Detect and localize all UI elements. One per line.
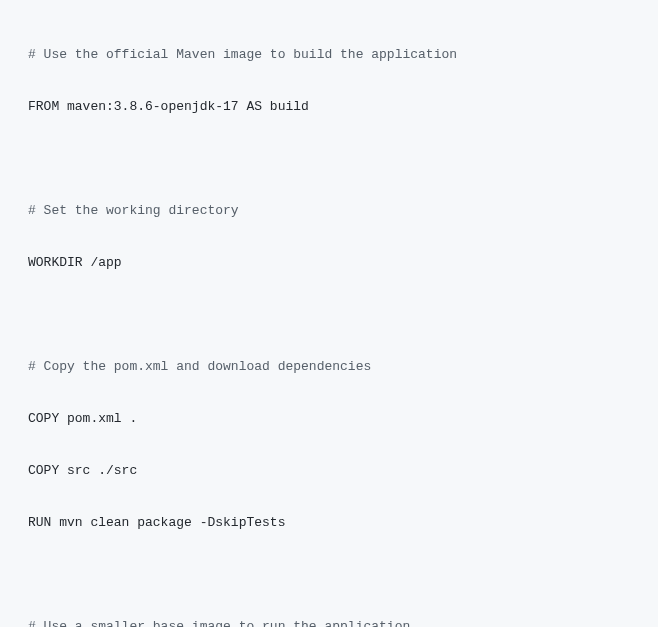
code-line: COPY src ./src xyxy=(28,458,658,484)
code-line: WORKDIR /app xyxy=(28,250,658,276)
code-line-comment: # Copy the pom.xml and download dependen… xyxy=(28,354,658,380)
code-line-comment: # Set the working directory xyxy=(28,198,658,224)
blank-line xyxy=(28,562,658,588)
blank-line xyxy=(28,146,658,172)
code-line-comment: # Use a smaller base image to run the ap… xyxy=(28,614,658,627)
dockerfile-code-block: # Use the official Maven image to build … xyxy=(28,16,658,627)
code-line: COPY pom.xml . xyxy=(28,406,658,432)
blank-line xyxy=(28,302,658,328)
code-line: RUN mvn clean package -DskipTests xyxy=(28,510,658,536)
code-line: FROM maven:3.8.6-openjdk-17 AS build xyxy=(28,94,658,120)
code-line-comment: # Use the official Maven image to build … xyxy=(28,42,658,68)
